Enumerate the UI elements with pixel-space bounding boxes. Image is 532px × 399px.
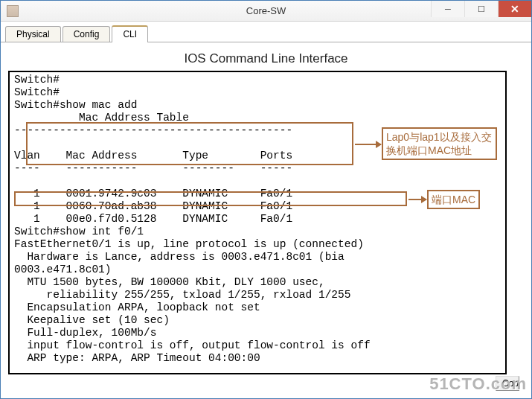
minimize-button[interactable]: ─ <box>431 1 464 17</box>
window-controls: ─ ☐ ✕ <box>431 1 531 17</box>
tab-physical[interactable]: Physical <box>5 26 61 42</box>
app-icon <box>7 5 19 17</box>
terminal-output[interactable]: Switch# Switch# Switch#show mac add Mac … <box>8 71 507 374</box>
close-button[interactable]: ✕ <box>498 1 531 17</box>
tab-config[interactable]: Config <box>63 26 111 42</box>
annotation-box-mactable <box>26 122 353 165</box>
cli-title: IOS Command Line Interface <box>8 48 524 71</box>
watermark: 51CTO.com <box>429 374 527 394</box>
tab-bar: Physical Config CLI <box>1 22 531 42</box>
annotation-label-1: Lap0与lap1以及接入交换机端口MAC地址 <box>382 127 497 160</box>
arrow-icon <box>408 199 426 200</box>
app-window: Core-SW ─ ☐ ✕ Physical Config CLI IOS Co… <box>0 0 532 399</box>
maximize-button[interactable]: ☐ <box>464 1 498 17</box>
annotation-label-2: 端口MAC <box>427 190 480 209</box>
cli-panel: IOS Command Line Interface Switch# Switc… <box>1 42 531 377</box>
annotation-box-hardware <box>14 191 407 206</box>
arrow-icon <box>355 144 381 145</box>
titlebar[interactable]: Core-SW ─ ☐ ✕ <box>1 1 531 22</box>
tab-cli[interactable]: CLI <box>112 25 148 42</box>
